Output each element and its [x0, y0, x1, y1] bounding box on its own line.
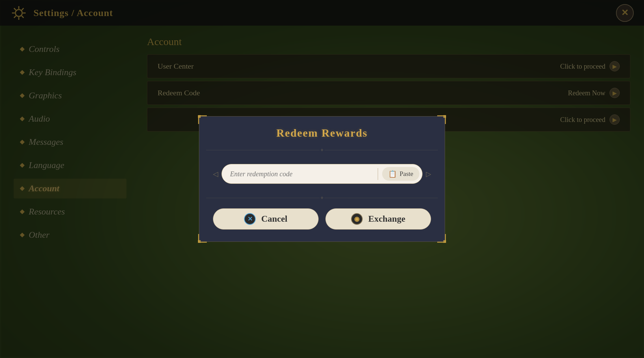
right-arrow-deco: ▷ — [426, 170, 431, 178]
svg-rect-12 — [443, 240, 446, 243]
corner-decoration-bl — [198, 233, 207, 243]
modal-body: ◁ 📋 Paste ▷ — [199, 154, 445, 194]
modal-overlay: Redeem Rewards ◁ 📋 Paste ▷ — [0, 0, 644, 358]
exchange-button[interactable]: ◉ Exchange — [325, 208, 431, 230]
cancel-button[interactable]: ✕ Cancel — [213, 208, 319, 230]
input-divider — [378, 168, 378, 180]
input-wrapper: ◁ 📋 Paste ▷ — [213, 164, 431, 184]
cancel-icon: ✕ — [244, 213, 256, 225]
corner-decoration-br — [437, 233, 446, 243]
svg-rect-9 — [198, 115, 201, 118]
paste-icon: 📋 — [388, 170, 397, 178]
redemption-code-input[interactable] — [230, 170, 374, 178]
svg-rect-11 — [198, 240, 201, 243]
redeem-rewards-modal: Redeem Rewards ◁ 📋 Paste ▷ — [199, 116, 445, 242]
modal-header: Redeem Rewards — [199, 116, 445, 146]
modal-footer: ✕ Cancel ◉ Exchange — [199, 202, 445, 242]
left-arrow-deco: ◁ — [213, 170, 218, 178]
paste-button[interactable]: 📋 Paste — [382, 167, 419, 181]
modal-deco-bottom — [199, 194, 445, 202]
paste-label: Paste — [400, 170, 413, 178]
svg-rect-10 — [443, 115, 446, 118]
cancel-label: Cancel — [261, 214, 287, 224]
exchange-icon: ◉ — [351, 213, 363, 225]
redemption-input-container: 📋 Paste — [222, 164, 422, 184]
exchange-label: Exchange — [368, 214, 405, 224]
corner-decoration-tr — [437, 115, 446, 125]
corner-decoration-tl — [198, 115, 207, 125]
modal-title: Redeem Rewards — [206, 127, 438, 139]
modal-deco-top — [199, 146, 445, 154]
